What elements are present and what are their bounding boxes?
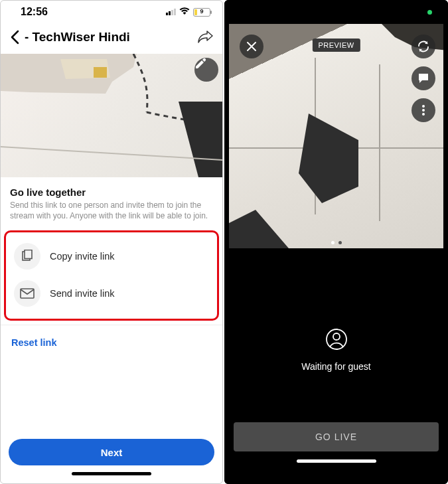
- invite-actions-highlight: Copy invite link Send invite link: [4, 230, 219, 321]
- right-phone-screen: PREVIEW Waiting for guest GO LIVE: [224, 0, 448, 484]
- camera-preview: PREVIEW: [229, 24, 443, 248]
- svg-marker-9: [299, 114, 358, 203]
- send-invite-link-row[interactable]: Send invite link: [9, 275, 214, 312]
- svg-marker-3: [179, 102, 222, 177]
- flip-camera-icon: [417, 40, 430, 53]
- section-title: Go live together: [10, 187, 213, 198]
- comment-icon: [417, 72, 429, 84]
- share-button[interactable]: [196, 31, 214, 44]
- android-statusbar: [224, 0, 448, 24]
- page-title: - TechWiser Hindi: [23, 30, 196, 44]
- title-bar: - TechWiser Hindi: [1, 21, 222, 54]
- svg-point-11: [422, 105, 425, 108]
- next-button-label: Next: [101, 447, 123, 458]
- preview-badge: PREVIEW: [312, 39, 360, 52]
- pencil-icon: [194, 58, 206, 70]
- copy-icon: [14, 243, 40, 270]
- cellular-signal-icon: [166, 9, 176, 15]
- battery-level: 9: [194, 8, 210, 15]
- cover-image: [1, 54, 222, 177]
- svg-point-15: [333, 333, 340, 340]
- svg-point-12: [422, 109, 425, 112]
- status-time: 12:56: [21, 6, 48, 18]
- camera-indicator-dot: [427, 10, 432, 15]
- status-bar: 12:56 9: [1, 1, 222, 21]
- bottom-bar: Next: [1, 439, 222, 483]
- guest-avatar-icon: [325, 328, 348, 353]
- svg-point-14: [327, 329, 346, 349]
- copy-invite-link-row[interactable]: Copy invite link: [9, 238, 214, 275]
- waiting-for-guest-block: Waiting for guest: [301, 328, 371, 372]
- status-icons: 9: [166, 7, 210, 17]
- go-live-button-label: GO LIVE: [315, 432, 357, 442]
- go-live-button[interactable]: GO LIVE: [234, 422, 439, 451]
- left-phone-screen: 12:56 9 - TechWiser Hindi: [0, 0, 223, 484]
- go-live-together-section: Go live together Send this link to one p…: [1, 177, 222, 226]
- svg-rect-6: [25, 250, 32, 259]
- page-indicator: [229, 241, 443, 244]
- live-bottom-panel: Waiting for guest GO LIVE: [224, 248, 448, 484]
- svg-line-4: [1, 147, 222, 160]
- section-subtitle: Send this link to one person and invite …: [10, 200, 213, 221]
- wifi-icon: [179, 7, 190, 17]
- reset-link-button[interactable]: Reset link: [1, 325, 222, 360]
- more-vertical-icon: [422, 105, 425, 116]
- waiting-for-guest-label: Waiting for guest: [301, 361, 371, 372]
- home-indicator[interactable]: [297, 459, 376, 463]
- svg-point-13: [422, 113, 425, 116]
- svg-rect-2: [94, 67, 107, 78]
- back-button[interactable]: [6, 30, 23, 44]
- comment-button[interactable]: [411, 66, 435, 90]
- envelope-icon: [14, 280, 40, 307]
- next-button[interactable]: Next: [9, 439, 214, 465]
- send-invite-link-label: Send invite link: [50, 288, 115, 299]
- more-options-button[interactable]: [411, 98, 435, 122]
- copy-invite-link-label: Copy invite link: [50, 251, 115, 262]
- edit-cover-button[interactable]: [194, 58, 218, 82]
- close-icon: [246, 41, 257, 52]
- flip-camera-button[interactable]: [411, 35, 435, 58]
- close-button[interactable]: [240, 35, 263, 58]
- battery-icon: 9: [193, 8, 210, 17]
- home-indicator[interactable]: [72, 472, 151, 475]
- svg-rect-7: [21, 289, 34, 298]
